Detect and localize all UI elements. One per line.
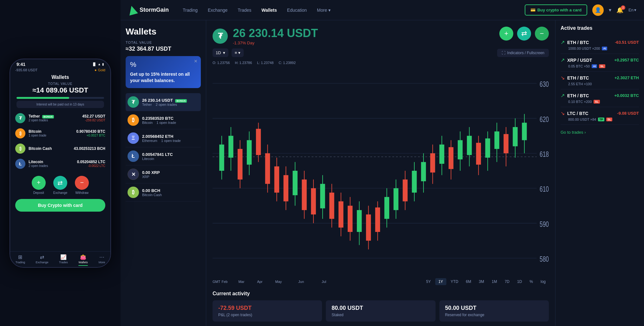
nav-exchange[interactable]: Exchange bbox=[204, 5, 231, 15]
phone-status-bar: 9:41 ▐▌ ▲ ▮ bbox=[10, 59, 110, 68]
phone-coin-bch-amount: 43.00253213 BCH bbox=[74, 146, 105, 151]
nav-trades[interactable]: Trades bbox=[234, 5, 255, 15]
indicators-label: Indicators / Fullscreen bbox=[507, 51, 544, 55]
nav-more[interactable]: More ▾ bbox=[313, 5, 334, 15]
trade-eth-btc-2-pnl: +2.3027 ETH bbox=[614, 75, 639, 80]
trade-eth-btc-2-pair: ETH / BTC bbox=[567, 75, 612, 80]
phone-nav-trades[interactable]: 📈 Trades bbox=[59, 254, 68, 266]
trade-eth-btc-1-pnl: -63.51 USDT bbox=[615, 40, 639, 45]
phone-nav-wallets[interactable]: 👛 Wallets bbox=[78, 254, 88, 266]
notifications-button[interactable]: 🔔 2 bbox=[616, 7, 623, 14]
timeframe-selector[interactable]: 1D ▾ bbox=[213, 48, 228, 57]
btn-6m[interactable]: 6M bbox=[463, 278, 475, 285]
wc-ethereum-name: 2.00568452 ETH bbox=[142, 134, 199, 139]
wallet-coin-tether[interactable]: ₮ 26 230.14 USDT BONUS Tether 2 open tra… bbox=[126, 93, 201, 111]
pnl-value: -72.59 USDT bbox=[218, 305, 316, 311]
btn-log[interactable]: log bbox=[537, 278, 549, 285]
trading-nav-label: Trading bbox=[16, 261, 25, 264]
chart-add-button[interactable]: + bbox=[499, 27, 513, 41]
btn-1d[interactable]: 1D bbox=[514, 278, 525, 285]
phone-coin-bitcoin-name: Bitcoin bbox=[29, 129, 73, 134]
phone-coin-tether[interactable]: ₮ Tether BONUS 2 open trades 452.27 USDT… bbox=[10, 111, 110, 126]
btn-1y[interactable]: 1Y bbox=[435, 278, 446, 285]
wallets-nav-icon: 👛 bbox=[80, 254, 86, 260]
wallet-coin-bch[interactable]: ₿ 0.00 BCH Bitcoin Cash bbox=[126, 183, 201, 201]
indicators-fullscreen-button[interactable]: ⛶ Indicators / Fullscreen bbox=[497, 49, 549, 57]
phone-exchange-btn[interactable]: ⇄ Exchange bbox=[53, 176, 67, 195]
trade-xrp-usdt-direction-icon: ↗ bbox=[561, 57, 565, 63]
phone-withdraw-btn[interactable]: − Withdraw bbox=[75, 176, 89, 195]
btn-5y[interactable]: 5Y bbox=[423, 278, 434, 285]
wallets-active-bar bbox=[78, 265, 88, 266]
phone-coin-bch[interactable]: ₿ Bitcoin Cash 43.00253213 BCH bbox=[10, 141, 110, 156]
chart-svg: 6300.00 6200.00 6183.79 6100.00 5900.00 … bbox=[213, 66, 549, 276]
chart-swap-button[interactable]: ⇄ bbox=[517, 27, 531, 41]
trade-eth-btc-3: ↗ ETH / BTC +0.0032 BTC 0.10 BTC ×200 SL bbox=[561, 89, 639, 107]
more-nav-label: More bbox=[99, 261, 105, 264]
active-trades-panel: Active trades ↗ ETH / BTC -63.51 USDT 10… bbox=[555, 20, 644, 326]
phone-buy-crypto-button[interactable]: Buy Crypto with card bbox=[15, 199, 105, 212]
wallet-panel-title: Wallets bbox=[126, 27, 201, 37]
nav-trading[interactable]: Trading bbox=[179, 5, 201, 15]
trade-eth-btc-2-header: ↘ ETH / BTC +2.3027 ETH bbox=[561, 75, 639, 81]
current-activity-section: Current activity -72.59 USDT P&L (2 open… bbox=[206, 286, 555, 326]
svg-rect-56 bbox=[412, 171, 417, 193]
logo-icon bbox=[127, 4, 138, 15]
go-to-trades-link[interactable]: Go to trades › bbox=[561, 130, 586, 135]
btn-1m[interactable]: 1M bbox=[489, 278, 500, 285]
svg-rect-22 bbox=[256, 129, 261, 155]
wallet-coin-bitcoin[interactable]: ₿ 0.23583520 BTC Bitcoin 1 open trade bbox=[126, 111, 201, 129]
nav-wallets[interactable]: Wallets bbox=[258, 5, 281, 15]
phone-mockup: 9:41 ▐▌ ▲ ▮ -935.68 USDT ●Gold Wallets T… bbox=[0, 0, 121, 326]
wc-xrp-info: 0.00 XRP XRP bbox=[142, 170, 199, 179]
phone-coin-tether-change: -259.82 USDT bbox=[82, 118, 105, 122]
phone-coin-bitcoin[interactable]: ₿ Bitcoin 1 open trade 0.90780430 BTC +0… bbox=[10, 126, 110, 141]
wallet-coin-litecoin[interactable]: Ł 0.00547841 LTC Litecoin bbox=[126, 147, 201, 165]
chart-price-value: 26 230.14 bbox=[233, 27, 284, 40]
phone-coin-bch-info: Bitcoin Cash bbox=[29, 146, 71, 151]
user-dropdown-arrow: ▾ bbox=[609, 7, 611, 13]
chart-type-button[interactable]: ≡ ▾ bbox=[232, 48, 244, 57]
wc-bitcoin-info: 0.23583520 BTC Bitcoin 1 open trade bbox=[142, 116, 199, 125]
phone-nav-trading[interactable]: ⊞ Trading bbox=[16, 254, 25, 266]
time-jun: Jun bbox=[298, 280, 304, 284]
exchange-nav-icon: ⇄ bbox=[40, 254, 44, 260]
trade-ltc-btc: ↘ LTC / BTC -9.08 USDT 800.00 USDT ×84 T… bbox=[561, 107, 639, 125]
user-avatar-icon: 👤 bbox=[595, 7, 601, 13]
btn-ytd[interactable]: YTD bbox=[448, 278, 462, 285]
user-avatar-button[interactable]: 👤 bbox=[592, 4, 604, 16]
chart-remove-button[interactable]: − bbox=[535, 27, 549, 41]
wallet-coin-xrp[interactable]: ✕ 0.00 XRP XRP bbox=[126, 165, 201, 183]
time-mar: Mar bbox=[238, 280, 244, 284]
phone-coin-litecoin[interactable]: Ł Litecoin 2 open trades 0.05204852 LTC … bbox=[10, 156, 110, 171]
svg-rect-18 bbox=[238, 149, 242, 180]
chart-price-currency: USDT bbox=[287, 27, 318, 40]
wallet-coin-ethereum[interactable]: Ξ 2.00568452 ETH Ethereum 1 open trade bbox=[126, 129, 201, 147]
btn-3m[interactable]: 3M bbox=[476, 278, 487, 285]
language-selector[interactable]: En ▾ bbox=[628, 8, 636, 12]
trade-eth-btc-3-tag-sl: SL bbox=[594, 100, 600, 104]
phone-nav-more[interactable]: ⋯ More bbox=[99, 254, 105, 266]
user-dropdown[interactable]: ▾ bbox=[609, 7, 611, 13]
trades-nav-label: Trades bbox=[59, 261, 68, 264]
phone-nav-exchange[interactable]: ⇄ Exchange bbox=[36, 254, 48, 266]
percent-icon: % bbox=[130, 61, 196, 69]
buy-crypto-card-button[interactable]: 💳 Buy crypto with a card bbox=[525, 4, 587, 16]
wallet-total-amount: ≈32 364.87 USDT bbox=[126, 46, 201, 52]
svg-rect-70 bbox=[476, 143, 481, 165]
lang-label: En bbox=[628, 8, 634, 12]
activity-card-reserved: 50.00 USDT Reserved for exchange bbox=[439, 300, 549, 322]
nav-education[interactable]: Education bbox=[283, 5, 311, 15]
wc-litecoin-sub: Litecoin bbox=[142, 157, 199, 161]
pnl-label: P&L (2 open trades) bbox=[218, 313, 316, 317]
btn-percent[interactable]: % bbox=[526, 278, 536, 285]
phone-deposit-btn[interactable]: + Deposit bbox=[32, 176, 46, 195]
btn-7d[interactable]: 7D bbox=[502, 278, 513, 285]
more-nav-icon: ⋯ bbox=[99, 254, 104, 260]
candlestick-icon: ≡ bbox=[235, 50, 237, 55]
wc-xrp-name: 0.00 XRP bbox=[142, 170, 199, 175]
wc-litecoin-name: 0.00547841 LTC bbox=[142, 152, 199, 157]
lang-chevron-icon: ▾ bbox=[634, 8, 636, 12]
wc-bch-icon: ₿ bbox=[128, 187, 139, 198]
promo-close-button[interactable]: ✕ bbox=[194, 59, 198, 64]
